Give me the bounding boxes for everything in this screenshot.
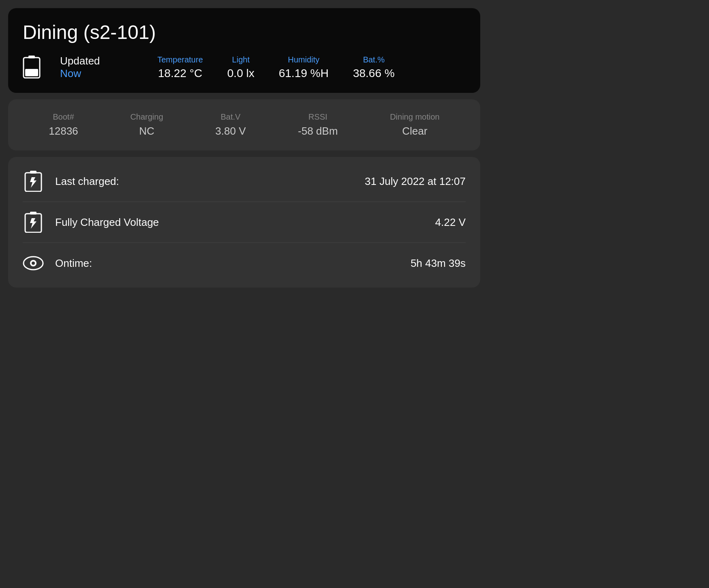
updated-section: Updated Now bbox=[60, 55, 125, 80]
humidity-sensor: Humidity 61.19 %H bbox=[279, 55, 329, 80]
light-value: 0.0 lx bbox=[227, 67, 254, 80]
svg-rect-1 bbox=[28, 56, 35, 58]
stats-grid: Boot# 12836 Charging NC Bat.V 3.80 V RSS… bbox=[23, 112, 466, 137]
charging-stat: Charging NC bbox=[130, 112, 163, 137]
rssi-value: -58 dBm bbox=[298, 125, 338, 137]
rssi-stat: RSSI -58 dBm bbox=[298, 112, 338, 137]
light-label: Light bbox=[232, 55, 249, 64]
last-charged-icon bbox=[23, 171, 44, 192]
light-sensor: Light 0.0 lx bbox=[227, 55, 254, 80]
svg-rect-4 bbox=[30, 171, 37, 174]
motion-label: Dining motion bbox=[390, 112, 439, 122]
ontime-row: Ontime: 5h 43m 39s bbox=[23, 243, 466, 283]
last-charged-row: Last charged: 31 July 2022 at 12:07 bbox=[23, 161, 466, 202]
temperature-label: Temperature bbox=[157, 55, 203, 64]
bat-v-value: 3.80 V bbox=[215, 125, 246, 137]
boot-label: Boot# bbox=[53, 112, 74, 122]
last-charged-value: 31 July 2022 at 12:07 bbox=[365, 175, 466, 188]
fully-charged-row: Fully Charged Voltage 4.22 V bbox=[23, 202, 466, 243]
updated-value: Now bbox=[60, 67, 125, 80]
bat-percent-label: Bat.% bbox=[363, 55, 385, 64]
last-charged-label: Last charged: bbox=[55, 175, 365, 188]
humidity-label: Humidity bbox=[288, 55, 320, 64]
ontime-value: 5h 43m 39s bbox=[410, 257, 466, 270]
boot-value: 12836 bbox=[49, 125, 78, 137]
svg-marker-8 bbox=[30, 218, 37, 229]
motion-value: Clear bbox=[402, 125, 427, 137]
svg-marker-5 bbox=[30, 177, 37, 188]
humidity-value: 61.19 %H bbox=[279, 67, 329, 80]
fully-charged-value: 4.22 V bbox=[435, 216, 466, 229]
boot-stat: Boot# 12836 bbox=[49, 112, 78, 137]
device-title: Dining (s2-101) bbox=[23, 21, 466, 43]
svg-point-11 bbox=[32, 262, 35, 265]
updated-label: Updated bbox=[60, 55, 125, 67]
charging-value: NC bbox=[139, 125, 155, 137]
ontime-label: Ontime: bbox=[55, 257, 410, 270]
middle-card: Boot# 12836 Charging NC Bat.V 3.80 V RSS… bbox=[8, 99, 480, 150]
temperature-sensor: Temperature 18.22 °C bbox=[157, 55, 203, 80]
fully-charged-label: Fully Charged Voltage bbox=[55, 216, 435, 229]
battery-icon bbox=[23, 55, 44, 79]
sensors-grid: Temperature 18.22 °C Light 0.0 lx Humidi… bbox=[157, 55, 395, 80]
svg-rect-7 bbox=[30, 212, 37, 215]
bat-percent-value: 38.66 % bbox=[353, 67, 395, 80]
top-card: Dining (s2-101) Updated Now Temperature … bbox=[8, 8, 480, 93]
bottom-card: Last charged: 31 July 2022 at 12:07 Full… bbox=[8, 157, 480, 288]
battery-percent-sensor: Bat.% 38.66 % bbox=[353, 55, 395, 80]
bat-v-label: Bat.V bbox=[221, 112, 241, 122]
temperature-value: 18.22 °C bbox=[158, 67, 202, 80]
motion-stat: Dining motion Clear bbox=[390, 112, 439, 137]
rssi-label: RSSI bbox=[308, 112, 327, 122]
svg-rect-2 bbox=[25, 69, 38, 76]
fully-charged-icon bbox=[23, 212, 44, 233]
bat-v-stat: Bat.V 3.80 V bbox=[215, 112, 246, 137]
ontime-icon bbox=[23, 253, 44, 274]
sensor-row: Updated Now Temperature 18.22 °C Light 0… bbox=[23, 55, 466, 80]
charging-label: Charging bbox=[130, 112, 163, 122]
